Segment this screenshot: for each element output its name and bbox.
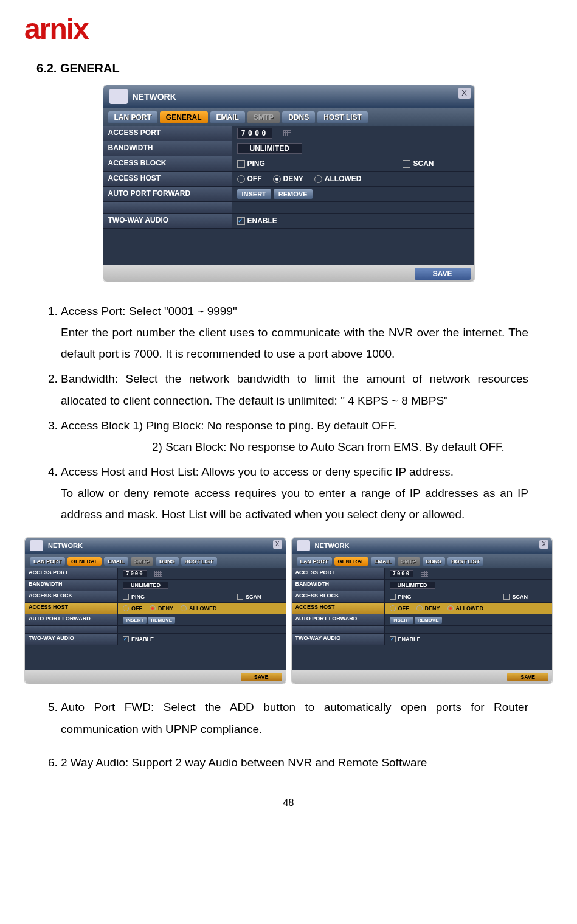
row-access-block: ACCESS BLOCK PING SCAN xyxy=(103,156,474,172)
access-host-off[interactable]: OFF xyxy=(123,605,142,611)
panel-footer: SAVE xyxy=(103,265,474,282)
tab-general[interactable]: GENERAL xyxy=(334,557,368,566)
network-panel-deny: X NETWORK LAN PORT GENERAL EMAIL SMTP DD… xyxy=(24,537,286,684)
tab-ddns[interactable]: DDNS xyxy=(423,557,446,566)
label-access-host: ACCESS HOST xyxy=(103,172,232,186)
access-port-input[interactable]: 7000 xyxy=(123,570,147,577)
bandwidth-select[interactable]: UNLIMITED xyxy=(123,582,168,589)
row-spacer xyxy=(103,202,474,214)
tab-host-list[interactable]: HOST LIST xyxy=(181,557,217,566)
access-host-allowed[interactable]: ALLOWED xyxy=(314,175,362,183)
panel-header: NETWORK xyxy=(25,538,286,554)
keypad-icon[interactable] xyxy=(421,571,428,577)
label-auto-port-forward: AUTO PORT FORWARD xyxy=(103,187,232,201)
scan-checkbox[interactable]: SCAN xyxy=(237,594,261,600)
access-host-deny[interactable]: DENY xyxy=(150,605,173,611)
keypad-icon[interactable] xyxy=(283,130,291,136)
remove-button[interactable]: REMOVE xyxy=(148,617,175,624)
section-heading: 6.2. GENERAL xyxy=(36,61,553,75)
tab-email[interactable]: EMAIL xyxy=(210,111,245,123)
close-icon[interactable]: X xyxy=(539,540,548,549)
access-host-off[interactable]: OFF xyxy=(390,605,409,611)
access-port-input[interactable]: 7000 xyxy=(390,570,414,577)
save-button[interactable]: SAVE xyxy=(241,673,282,681)
tab-bar: LAN PORT GENERAL EMAIL SMTP DDNS HOST LI… xyxy=(103,108,474,126)
row-two-way-audio: TWO-WAY AUDIO ENABLE xyxy=(103,214,474,229)
row-access-port: ACCESS PORT 7000 xyxy=(103,126,474,141)
list-item: Access Host and Host List: Allows you to… xyxy=(61,461,528,525)
row-auto-port-forward: AUTO PORT FORWARD INSERT REMOVE xyxy=(103,187,474,202)
insert-button[interactable]: INSERT xyxy=(237,189,271,199)
tab-lan-port[interactable]: LAN PORT xyxy=(30,557,65,566)
bandwidth-select[interactable]: UNLIMITED xyxy=(237,143,302,154)
tab-email[interactable]: EMAIL xyxy=(104,557,128,566)
ping-checkbox[interactable]: PING xyxy=(390,594,412,600)
tab-lan-port[interactable]: LAN PORT xyxy=(297,557,332,566)
scan-checkbox[interactable]: SCAN xyxy=(503,594,528,600)
list-item: Bandwidth: Select the network bandwidth … xyxy=(61,368,528,411)
tab-ddns[interactable]: DDNS xyxy=(156,557,179,566)
tab-general[interactable]: GENERAL xyxy=(160,111,208,123)
panel-title: NETWORK xyxy=(48,542,83,549)
enable-checkbox[interactable]: ENABLE xyxy=(237,217,277,225)
tab-host-list[interactable]: HOST LIST xyxy=(317,111,368,123)
close-icon[interactable]: X xyxy=(273,540,282,549)
row-bandwidth: BANDWIDTH UNLIMITED xyxy=(103,141,474,156)
tab-bar: LAN PORT GENERAL EMAIL SMTP DDNS HOST LI… xyxy=(25,554,286,568)
access-host-deny[interactable]: DENY xyxy=(273,175,303,183)
access-host-off[interactable]: OFF xyxy=(237,175,262,183)
tab-smtp: SMTP xyxy=(398,557,420,566)
ping-checkbox[interactable]: PING xyxy=(123,594,145,600)
instruction-list-2: Auto Port FWD: Select the ADD button to … xyxy=(61,696,528,773)
panel-title: NETWORK xyxy=(315,542,350,549)
panel-header: NETWORK xyxy=(292,538,553,554)
close-icon[interactable]: X xyxy=(458,88,471,99)
tab-smtp: SMTP xyxy=(131,557,153,566)
label-bandwidth: BANDWIDTH xyxy=(103,141,232,156)
tab-email[interactable]: EMAIL xyxy=(371,557,395,566)
label-access-port: ACCESS PORT xyxy=(103,126,232,141)
logo: arnix xyxy=(24,12,553,46)
header-rule xyxy=(24,49,553,49)
label-two-way-audio: TWO-WAY AUDIO xyxy=(103,214,232,228)
page-number: 48 xyxy=(24,797,553,808)
bandwidth-select[interactable]: UNLIMITED xyxy=(390,582,435,589)
blank-rows xyxy=(103,229,474,265)
panel-title: NETWORK xyxy=(133,92,176,102)
tab-smtp: SMTP xyxy=(247,111,280,123)
enable-checkbox[interactable]: ENABLE xyxy=(123,636,154,642)
save-button[interactable]: SAVE xyxy=(507,673,548,681)
enable-checkbox[interactable]: ENABLE xyxy=(390,636,421,642)
keypad-icon[interactable] xyxy=(154,571,162,577)
scan-checkbox[interactable]: SCAN xyxy=(403,159,434,168)
network-icon xyxy=(297,540,310,551)
remove-button[interactable]: REMOVE xyxy=(274,189,313,199)
access-host-allowed[interactable]: ALLOWED xyxy=(447,605,484,611)
remove-button[interactable]: REMOVE xyxy=(415,617,442,624)
access-host-allowed[interactable]: ALLOWED xyxy=(181,605,217,611)
network-icon xyxy=(30,540,43,551)
save-button[interactable]: SAVE xyxy=(415,268,471,280)
list-item: Access Block 1) Ping Block: No response … xyxy=(61,415,528,457)
label-access-block: ACCESS BLOCK xyxy=(103,156,232,171)
tab-bar: LAN PORT GENERAL EMAIL SMTP DDNS HOST LI… xyxy=(292,554,553,568)
panel-header: NETWORK xyxy=(103,85,474,108)
tab-ddns[interactable]: DDNS xyxy=(282,111,315,123)
list-item: Auto Port FWD: Select the ADD button to … xyxy=(61,696,528,739)
row-access-host: ACCESS HOST OFF DENY ALLOWED xyxy=(103,172,474,187)
insert-button[interactable]: INSERT xyxy=(390,617,413,624)
tab-lan-port[interactable]: LAN PORT xyxy=(108,111,157,123)
access-port-input[interactable]: 7000 xyxy=(237,128,273,139)
access-host-deny[interactable]: DENY xyxy=(416,605,440,611)
network-panel-allowed: X NETWORK LAN PORT GENERAL EMAIL SMTP DD… xyxy=(291,537,553,684)
list-item: Access Port: Select "0001 ~ 9999" Enter … xyxy=(61,300,528,364)
network-icon xyxy=(109,89,128,104)
list-item: 2 Way Audio: Support 2 way Audio between… xyxy=(61,752,528,773)
instruction-list: Access Port: Select "0001 ~ 9999" Enter … xyxy=(61,300,528,525)
tab-general[interactable]: GENERAL xyxy=(67,557,102,566)
tab-host-list[interactable]: HOST LIST xyxy=(447,557,483,566)
insert-button[interactable]: INSERT xyxy=(123,617,147,624)
network-panel: X NETWORK LAN PORT GENERAL EMAIL SMTP DD… xyxy=(103,85,475,282)
ping-checkbox[interactable]: PING xyxy=(237,159,265,168)
